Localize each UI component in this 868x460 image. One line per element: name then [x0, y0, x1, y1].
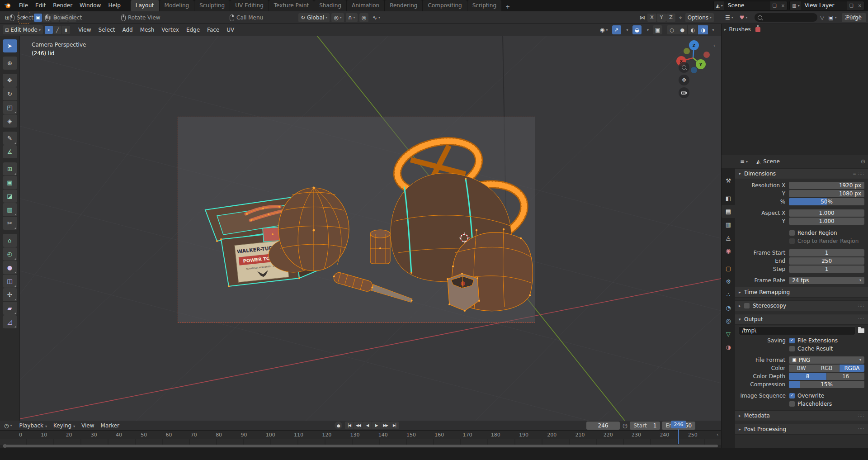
tab-modifiers[interactable]: ⚙: [722, 275, 735, 288]
panel-output[interactable]: ▾ Output ∷∷: [735, 314, 868, 325]
workspace-tab-sculpting[interactable]: Sculpting: [194, 0, 230, 11]
tool-rip-region[interactable]: ◿: [3, 315, 17, 328]
tool-scale[interactable]: ◰: [3, 101, 17, 114]
tool-smooth[interactable]: ●: [3, 261, 17, 274]
breadcrumb-scene[interactable]: Scene: [763, 158, 780, 165]
jump-to-start-button[interactable]: |◀: [345, 422, 354, 429]
tool-select-box[interactable]: ➤: [3, 39, 17, 52]
camera-frame[interactable]: WALKER-TURNER POWER TOOLS PLAINFIELD, NE…: [178, 117, 535, 323]
jump-to-end-button[interactable]: ▶|: [390, 422, 399, 429]
tool-extrude-region[interactable]: ⊞: [3, 162, 17, 175]
pivot-point-dropdown[interactable]: ◎ ▾: [331, 13, 344, 22]
tab-view-layer[interactable]: ▥: [722, 218, 735, 231]
tool-rotate[interactable]: ↻: [3, 87, 17, 100]
outliner-display-mode-dropdown[interactable]: ☰ ▾: [723, 13, 736, 22]
panel-post-processing[interactable]: ▸ Post Processing ∷∷: [735, 424, 868, 435]
options-dropdown[interactable]: Options ▾: [685, 13, 714, 22]
panel-dimensions[interactable]: ▾ Dimensions ≡ ∷∷: [735, 168, 868, 179]
color-bw-button[interactable]: BW: [789, 365, 814, 372]
gizmos-toggle[interactable]: ↗: [612, 25, 621, 34]
tool-move[interactable]: ✥: [3, 74, 17, 87]
proportional-falloff-dropdown[interactable]: ∿ ▾: [370, 13, 382, 22]
color-rgba-button[interactable]: RGBA: [840, 365, 864, 372]
scene-unlink-button[interactable]: ×: [779, 3, 787, 8]
tool-inset-faces[interactable]: ▣: [3, 176, 17, 189]
menu-timeline-view[interactable]: View: [78, 422, 97, 429]
workspace-tab-rendering[interactable]: Rendering: [385, 0, 422, 11]
tool-loop-cut[interactable]: ▥: [3, 203, 17, 216]
outliner-search-input[interactable]: [755, 13, 817, 22]
orientation-dropdown[interactable]: ↻ Global ▾: [298, 13, 330, 22]
resolution-x-field[interactable]: 1920 px: [789, 182, 864, 189]
menu-edge[interactable]: Edge: [183, 24, 203, 36]
workspace-tab-layout[interactable]: Layout: [131, 0, 159, 11]
select-mode-new-button[interactable]: ▣: [34, 14, 42, 22]
snap-target-icon[interactable]: ⌖: [679, 14, 682, 21]
gizmo-axis-neg-x[interactable]: [703, 52, 710, 58]
crop-render-region-checkbox[interactable]: [789, 238, 795, 244]
tab-tool[interactable]: ⚒: [722, 174, 735, 187]
shading-rendered-button[interactable]: ◑: [698, 25, 708, 34]
menu-edit[interactable]: Edit: [32, 0, 49, 11]
menu-keying[interactable]: Keying ▾: [50, 422, 78, 429]
scene-new-button[interactable]: ❏: [770, 3, 779, 8]
pan-button[interactable]: ✥: [679, 75, 689, 85]
overwrite-checkbox[interactable]: ✓: [789, 393, 795, 398]
tab-render[interactable]: ◧: [722, 192, 735, 205]
outliner-filter-dropdown[interactable]: ▣ ▾: [826, 13, 839, 22]
panel-time-remapping[interactable]: ▸ Time Remapping: [735, 287, 868, 298]
shading-dropdown[interactable]: ▾: [708, 25, 716, 34]
playhead[interactable]: [678, 429, 679, 444]
tool-cursor[interactable]: ⊕: [3, 57, 17, 70]
pin-icon[interactable]: ⊙: [861, 158, 865, 165]
menu-render[interactable]: Render: [49, 0, 76, 11]
overlays-toggle[interactable]: ◒: [632, 25, 642, 34]
timeline-collapse-icon[interactable]: ‹: [717, 432, 718, 437]
tool-annotate[interactable]: ✎: [3, 132, 17, 145]
gizmo-axis-neg-z[interactable]: [691, 67, 697, 73]
filter-icon[interactable]: ▽: [820, 14, 824, 21]
snap-toggle-dropdown[interactable]: ∩ ▾: [346, 13, 358, 22]
tab-world[interactable]: ◉: [722, 244, 735, 257]
menu-playback[interactable]: Playback ▾: [16, 422, 50, 429]
navigation-gizmo[interactable]: Z X Y: [671, 37, 716, 79]
outliner-item-brushes[interactable]: ▸ Brushes: [722, 24, 868, 35]
mirror-z-button[interactable]: Z: [666, 14, 675, 22]
menu-file[interactable]: File: [15, 0, 32, 11]
timeline-editor-type-button[interactable]: ◷ ▾: [2, 421, 14, 430]
properties-editor-type-button[interactable]: ≡ ▾: [738, 157, 750, 166]
view-layer-remove-button[interactable]: ×: [856, 3, 864, 8]
menu-view[interactable]: View: [75, 24, 94, 36]
menu-marker[interactable]: Marker: [98, 422, 123, 429]
workspace-tab-shading[interactable]: Shading: [314, 0, 346, 11]
face-select-button[interactable]: ▮: [62, 26, 70, 34]
workspace-tab-scripting[interactable]: Scripting: [467, 0, 501, 11]
tab-object-data[interactable]: ▽: [722, 327, 735, 341]
aspect-y-field[interactable]: 1.000: [789, 218, 864, 225]
mirror-x-button[interactable]: X: [647, 14, 656, 22]
menu-select[interactable]: Select: [94, 24, 118, 36]
xray-toggle[interactable]: ▣: [653, 25, 662, 34]
menu-vertex[interactable]: Vertex: [158, 24, 183, 36]
tool-transform[interactable]: ◈: [3, 114, 17, 128]
tool-poly-build[interactable]: ⌂: [3, 234, 17, 247]
mode-dropdown[interactable]: ⊞ Edit Mode ▾: [3, 25, 43, 34]
compression-slider[interactable]: 15%: [789, 381, 864, 388]
color-rgb-button[interactable]: RGB: [814, 365, 840, 372]
menu-uv[interactable]: UV: [223, 24, 238, 36]
scene-browse-dropdown[interactable]: ▾: [721, 4, 724, 8]
workspace-tab-modeling[interactable]: Modeling: [160, 0, 194, 11]
tab-physics[interactable]: ◔: [722, 301, 735, 314]
outliner-data-type-dropdown[interactable]: ♥ ▾: [737, 13, 750, 22]
stopwatch-icon[interactable]: ◷: [623, 422, 627, 429]
add-workspace-button[interactable]: +: [502, 2, 514, 11]
tool-bevel[interactable]: ◪: [3, 190, 17, 203]
gizmos-dropdown[interactable]: ▾: [623, 25, 631, 34]
scene-icon[interactable]: ◭: [714, 3, 721, 8]
workspace-tab-compositing[interactable]: Compositing: [423, 0, 467, 11]
view-layer-browse-dropdown[interactable]: ▾: [798, 4, 801, 8]
tab-output[interactable]: ▤: [722, 205, 735, 218]
render-region-checkbox[interactable]: [789, 230, 795, 236]
menu-help[interactable]: Help: [104, 0, 124, 11]
depth-16-button[interactable]: 16: [827, 373, 864, 380]
